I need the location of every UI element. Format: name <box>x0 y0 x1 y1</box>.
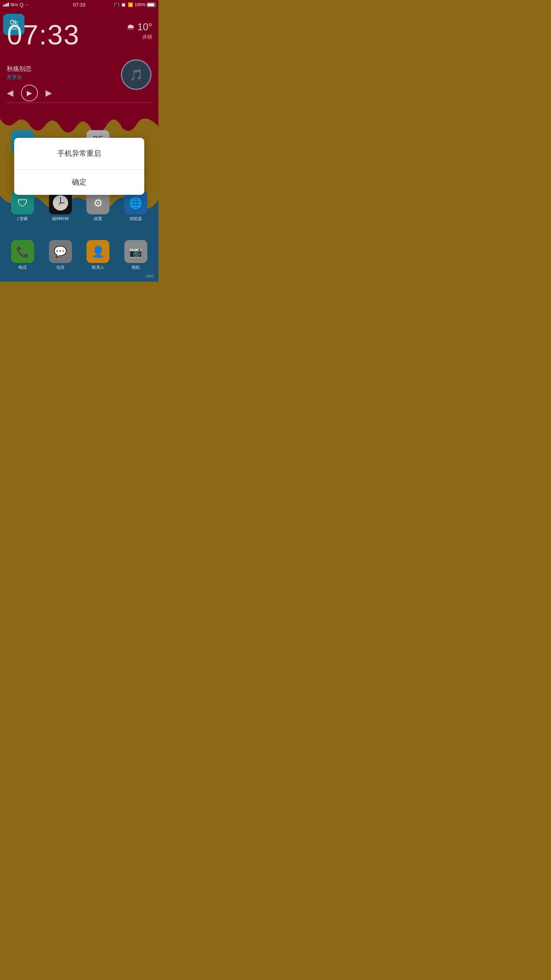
play-button[interactable]: ▶ <box>21 85 38 101</box>
alarm-icon: ⏰ <box>121 2 126 7</box>
clock-app-img <box>49 191 72 214</box>
messages-label: 信息 <box>56 265 65 270</box>
camera-icon: 📷 <box>129 245 142 258</box>
music-player: 秋殇别恋 牙牙乐 ◀ ▶ ▶ 🎵 <box>7 65 152 101</box>
status-time: 07:33 <box>73 2 86 8</box>
camera-label: 相机 <box>132 265 140 270</box>
clock-app-icon[interactable]: 闹钟时钟 <box>45 191 76 222</box>
phone-app-icon[interactable]: 📞 电话 <box>7 240 38 270</box>
contacts-app-icon[interactable]: 👤 联系人 <box>83 240 113 270</box>
globe-icon: 🌐 <box>129 197 142 209</box>
settings-app-img: ⚙ <box>86 191 109 214</box>
network-speed: 0k/s <box>10 2 18 7</box>
contacts-label: 联系人 <box>92 265 104 270</box>
browser-app-icon[interactable]: 🌐 浏览器 <box>121 191 151 222</box>
signal-icon <box>3 3 9 7</box>
browser-label: 浏览器 <box>129 216 142 222</box>
phone-label: 电话 <box>18 265 27 270</box>
security-app-img: 🛡 <box>11 191 34 214</box>
phone-icon: 📞 <box>16 245 29 258</box>
analog-clock <box>52 194 69 211</box>
apps-row2: 🛡 | 管家 闹钟时钟 ⚙ 设置 🌐 浏览器 <box>0 191 158 222</box>
battery-percent: 100% <box>135 2 145 7</box>
clock-label: 闹钟时钟 <box>52 216 69 222</box>
weather-icon-area: 🌧 10° <box>127 21 152 33</box>
status-bar: 0k/s Q ··· 07:33 📳 ⏰ 📶 100% <box>0 0 158 9</box>
vivo-brand: vivo <box>146 273 154 279</box>
prev-track-icon[interactable]: ◀ <box>7 88 13 98</box>
qq-icon: Q <box>20 2 23 8</box>
browser-app-img: 🌐 <box>124 191 147 214</box>
album-cover-icon: 🎵 <box>130 69 143 81</box>
clock-display: 07:33 <box>7 20 80 50</box>
security-app-icon[interactable]: 🛡 | 管家 <box>7 191 38 222</box>
security-label: | 管家 <box>17 216 28 222</box>
next-track-icon[interactable]: ▶ <box>46 88 52 98</box>
more-icon: ··· <box>25 2 28 7</box>
dock: 📞 电话 💬 信息 👤 联系人 📷 相机 <box>0 240 158 270</box>
weather-location: 井研 <box>127 34 152 41</box>
messages-app-img: 💬 <box>49 240 72 263</box>
status-left: 0k/s Q ··· <box>3 2 28 8</box>
cloud-rain-icon: 🌧 <box>127 22 135 32</box>
contacts-app-img: 👤 <box>86 240 109 263</box>
temperature: 10° <box>137 21 152 33</box>
dialog-message: 手机异常重启 <box>14 138 144 170</box>
album-art: 🎵 <box>121 59 152 90</box>
home-clock: 07:33 <box>7 19 80 51</box>
vibrate-icon: 📳 <box>114 2 119 7</box>
settings-app-icon[interactable]: ⚙ 设置 <box>83 191 113 222</box>
battery-icon <box>147 3 155 7</box>
battery-fill <box>148 3 154 6</box>
person-icon: 👤 <box>91 245 105 258</box>
dialog-overlay: 手机异常重启 确定 <box>0 138 158 195</box>
restart-dialog: 手机异常重启 确定 <box>14 138 144 195</box>
messages-app-icon[interactable]: 💬 信息 <box>45 240 76 270</box>
wifi-icon: 📶 <box>128 2 133 7</box>
camera-app-icon[interactable]: 📷 相机 <box>121 240 151 270</box>
camera-app-img: 📷 <box>124 240 147 263</box>
message-icon: 💬 <box>54 245 67 258</box>
dialog-confirm-button[interactable]: 确定 <box>14 170 144 195</box>
shield-icon: 🛡 <box>17 197 28 209</box>
status-right: 📳 ⏰ 📶 100% <box>114 2 155 7</box>
settings-label: 设置 <box>94 216 102 222</box>
weather-widget: 🌧 10° 井研 <box>127 21 152 41</box>
phone-app-img: 📞 <box>11 240 34 263</box>
gear-icon: ⚙ <box>93 197 103 209</box>
music-divider <box>7 103 152 103</box>
